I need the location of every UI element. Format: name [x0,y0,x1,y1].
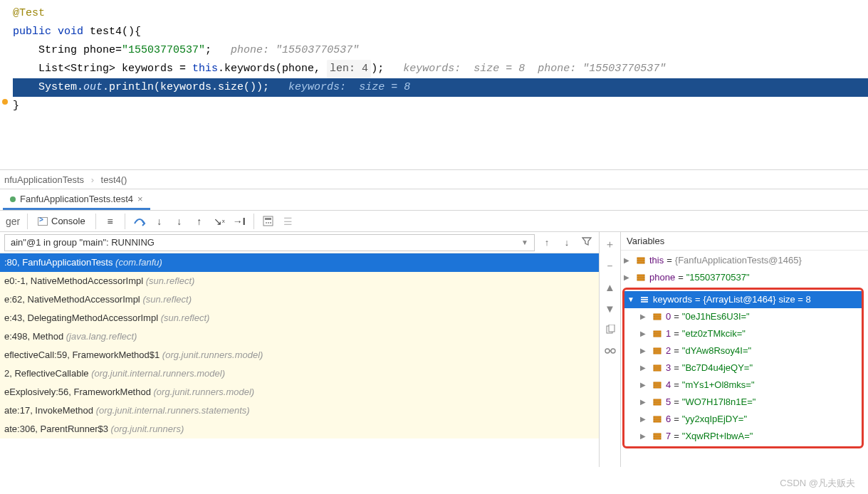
stack-frame[interactable]: ate:306, ParentRunner$3 (org.junit.runne… [0,420,599,438]
frames-panel: ain"@1 in group "main": RUNNING ▼ ↑ ↓ :8… [0,232,600,467]
var-item[interactable]: ▶5 = "WO7H17l8n1E=" [624,394,862,411]
var-item[interactable]: ▶7 = "XqwRPt+lbwA=" [624,428,862,445]
debug-panels: ain"@1 in group "main": RUNNING ▼ ↑ ↓ :8… [0,232,868,467]
var-item[interactable]: ▶0 = "0eJ1hEs6U3I=" [624,308,862,325]
var-item[interactable]: ▶2 = "dYAw8Rsoy4I=" [624,342,862,359]
step-lines-icon[interactable]: ≡ [102,213,119,230]
object-icon [652,345,663,357]
svg-rect-11 [637,262,644,263]
next-frame-icon[interactable]: ↓ [559,237,575,248]
down-icon[interactable]: ▼ [604,302,617,315]
run-status-icon [10,196,16,202]
drop-frame-icon[interactable]: ↘x [211,213,228,230]
inline-hint: keywords: size = 8 [288,81,410,93]
step-into-icon[interactable]: ↓ [151,213,168,230]
object-icon [639,294,650,305]
var-item[interactable]: ▶4 = "mYs1+Ol8mks=" [624,377,862,394]
expand-icon[interactable]: ▶ [640,325,649,342]
collapse-icon[interactable]: ▼ [627,291,636,308]
thread-selector[interactable]: ain"@1 in group "main": RUNNING ▼ [4,234,535,251]
var-phone[interactable]: ▶ phone = "15503770537" [621,269,868,286]
breadcrumb-item[interactable]: nfuApplicationTests [4,174,84,185]
glasses-icon[interactable] [604,345,617,357]
svg-rect-17 [641,301,648,303]
tab-console[interactable]: Console [33,216,90,226]
frames-list[interactable]: :80, FanfuApplicationTests (com.fanfu) e… [0,253,599,438]
svg-rect-19 [654,316,661,317]
var-item[interactable]: ▶6 = "yy2xqIpEjDY=" [624,411,862,428]
svg-rect-23 [654,335,661,337]
execution-line: System.out.println(keywords.size()); key… [13,78,868,97]
svg-rect-14 [637,279,644,280]
highlighted-region: ▼ keywords = {ArrayList@1464} size = 8 ▶… [622,288,864,448]
expand-icon[interactable]: ▶ [640,359,649,377]
prev-frame-icon[interactable]: ↑ [539,237,555,248]
debugger-label[interactable]: ger [4,213,21,230]
evaluate-icon[interactable] [260,213,277,230]
var-keywords[interactable]: ▼ keywords = {ArrayList@1464} size = 8 [624,291,862,308]
stack-frame[interactable]: e:62, NativeMethodAccessorImpl (sun.refl… [0,290,599,309]
gutter-warning-icon[interactable] [2,99,8,105]
svg-rect-38 [654,421,661,422]
stack-frame[interactable]: eflectiveCall:59, FrameworkMethod$1 (org… [0,346,599,364]
breadcrumb-item[interactable]: test4() [101,174,127,185]
trace-icon[interactable]: ☰ [280,213,297,230]
chevron-down-icon[interactable]: ▼ [521,234,528,251]
annotation: @Test [13,7,45,19]
filter-icon[interactable] [579,236,595,248]
expand-icon[interactable]: ▶ [640,394,649,411]
chevron-right-icon: › [91,174,94,185]
step-out-icon[interactable]: ↑ [191,213,208,230]
svg-rect-28 [654,367,661,369]
inline-hint: phone: "15503770537" [231,44,359,56]
stack-frame[interactable]: e:43, DelegatingMethodAccessorImpl (sun.… [0,309,599,327]
expand-icon[interactable]: ▶ [624,269,632,286]
object-icon [635,255,647,266]
svg-rect-35 [654,404,661,405]
svg-rect-20 [654,318,661,320]
remove-watch-icon[interactable]: － [604,259,617,272]
code-editor[interactable]: @Test public void test4(){ String phone=… [0,0,868,120]
svg-rect-32 [654,387,661,388]
svg-point-7 [605,349,610,353]
step-over-icon[interactable] [131,213,148,230]
variables-tree[interactable]: ▶ this = {FanfuApplicationTests@1465} ▶ … [621,251,868,451]
expand-icon[interactable]: ▶ [640,411,649,428]
svg-rect-29 [654,369,661,371]
stack-frame-selected[interactable]: :80, FanfuApplicationTests (com.fanfu) [0,253,599,272]
expand-icon[interactable]: ▶ [624,252,632,269]
tab-test4[interactable]: FanfuApplicationTests.test4 × [3,190,150,210]
svg-point-3 [268,222,269,224]
expand-icon[interactable]: ▶ [640,308,649,325]
svg-rect-15 [641,297,648,298]
expand-icon[interactable]: ▶ [640,342,649,359]
up-icon[interactable]: ▲ [604,280,617,293]
svg-rect-0 [263,216,273,226]
thread-selector-bar: ain"@1 in group "main": RUNNING ▼ ↑ ↓ [0,232,599,253]
add-watch-icon[interactable]: ＋ [604,238,617,251]
copy-icon[interactable] [604,323,617,336]
tab-label: FanfuApplicationTests.test4 [20,189,133,209]
svg-rect-12 [637,275,644,276]
inline-hint: keywords: size = 8 phone: "15503770537" [403,63,666,75]
stack-frame[interactable]: 2, ReflectiveCallable (org.junit.interna… [0,364,599,383]
var-item[interactable]: ▶1 = "etz0zTMkcik=" [624,325,862,342]
breadcrumb[interactable]: nfuApplicationTests › test4() [0,169,868,189]
stack-frame[interactable]: eExplosively:56, FrameworkMethod (org.ju… [0,383,599,401]
var-this[interactable]: ▶ this = {FanfuApplicationTests@1465} [621,252,868,269]
close-icon[interactable]: × [137,189,143,209]
svg-rect-41 [654,438,661,439]
svg-rect-36 [654,416,661,418]
stack-frame[interactable]: ate:17, InvokeMethod (org.junit.internal… [0,401,599,420]
var-item[interactable]: ▶3 = "Bc7D4u4jeQY=" [624,359,862,377]
svg-rect-10 [637,260,644,261]
run-to-cursor-icon[interactable]: →I [231,213,248,230]
object-icon [652,379,663,391]
svg-rect-6 [609,325,615,332]
expand-icon[interactable]: ▶ [640,428,649,445]
stack-frame[interactable]: e:498, Method (java.lang.reflect) [0,327,599,346]
force-step-into-icon[interactable]: ↓ [171,213,188,230]
svg-point-2 [266,222,267,224]
expand-icon[interactable]: ▶ [640,377,649,394]
stack-frame[interactable]: e0:-1, NativeMethodAccessorImpl (sun.ref… [0,272,599,290]
